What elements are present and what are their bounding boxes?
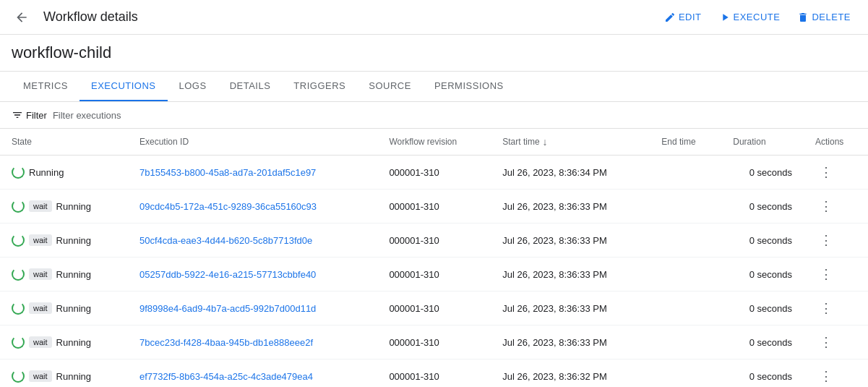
wait-badge: wait xyxy=(29,200,52,212)
table-row: waitRunningef7732f5-8b63-454a-a25c-4c3ad… xyxy=(0,360,868,388)
actions-cell: ⋮ xyxy=(804,156,868,190)
row-actions-button[interactable]: ⋮ xyxy=(815,265,837,284)
running-icon xyxy=(12,336,25,349)
running-icon xyxy=(12,302,25,315)
col-state: State xyxy=(0,129,128,156)
table-row: Running7b155453-b800-45a8-ad7a-201daf5c1… xyxy=(0,156,868,190)
header-actions: EDIT EXECUTE DELETE xyxy=(658,7,856,27)
execution-id-link[interactable]: 7b155453-b800-45a8-ad7a-201daf5c1e97 xyxy=(139,167,316,178)
workflow-name: workflow-child xyxy=(0,35,868,72)
filter-label: Filter xyxy=(26,110,47,121)
actions-cell: ⋮ xyxy=(804,190,868,224)
filter-button[interactable]: Filter xyxy=(12,109,47,121)
row-actions-button[interactable]: ⋮ xyxy=(815,333,837,352)
start-time-cell: Jul 26, 2023, 8:36:33 PM xyxy=(491,258,650,292)
duration-cell: 0 seconds xyxy=(721,190,804,224)
actions-cell: ⋮ xyxy=(804,292,868,326)
edit-button[interactable]: EDIT xyxy=(658,7,708,27)
duration-cell: 0 seconds xyxy=(721,292,804,326)
row-actions-button[interactable]: ⋮ xyxy=(815,299,837,318)
start-time-cell: Jul 26, 2023, 8:36:32 PM xyxy=(491,360,650,388)
end-time-cell xyxy=(650,326,721,360)
row-actions-button[interactable]: ⋮ xyxy=(815,163,837,182)
execution-id-cell: 50cf4cda-eae3-4d44-b620-5c8b7713fd0e xyxy=(128,224,377,258)
tab-executions[interactable]: EXECUTIONS xyxy=(80,72,168,101)
state-cell: waitRunning xyxy=(0,292,128,326)
state-cell: waitRunning xyxy=(0,190,128,224)
filter-placeholder: Filter executions xyxy=(53,110,121,121)
execution-id-link[interactable]: 7bcec23d-f428-4baa-945b-db1e888eee2f xyxy=(139,337,313,348)
tab-source[interactable]: SOURCE xyxy=(357,72,423,101)
workflow-revision-cell: 000001-310 xyxy=(377,292,491,326)
workflow-revision-cell: 000001-310 xyxy=(377,258,491,292)
table-row: waitRunning09cdc4b5-172a-451c-9289-36ca5… xyxy=(0,190,868,224)
actions-cell: ⋮ xyxy=(804,326,868,360)
running-icon xyxy=(12,200,25,213)
tab-metrics[interactable]: METRICS xyxy=(12,72,80,101)
tabs-bar: METRICS EXECUTIONS LOGS DETAILS TRIGGERS… xyxy=(0,72,868,102)
duration-cell: 0 seconds xyxy=(721,326,804,360)
table-row: waitRunning05257ddb-5922-4e16-a215-57713… xyxy=(0,258,868,292)
table-row: waitRunning50cf4cda-eae3-4d44-b620-5c8b7… xyxy=(0,224,868,258)
running-icon xyxy=(12,166,25,179)
col-execution-id: Execution ID xyxy=(128,129,377,156)
actions-cell: ⋮ xyxy=(804,258,868,292)
tab-permissions[interactable]: PERMISSIONS xyxy=(423,72,515,101)
tab-logs[interactable]: LOGS xyxy=(168,72,218,101)
execution-id-link[interactable]: 50cf4cda-eae3-4d44-b620-5c8b7713fd0e xyxy=(139,235,312,246)
wait-badge: wait xyxy=(29,302,52,314)
execution-id-link[interactable]: ef7732f5-8b63-454a-a25c-4c3ade479ea4 xyxy=(139,371,313,382)
actions-cell: ⋮ xyxy=(804,224,868,258)
workflow-revision-cell: 000001-310 xyxy=(377,156,491,190)
state-cell: waitRunning xyxy=(0,360,128,388)
execution-id-cell: 7bcec23d-f428-4baa-945b-db1e888eee2f xyxy=(128,326,377,360)
execution-id-link[interactable]: 09cdc4b5-172a-451c-9289-36ca55160c93 xyxy=(139,201,317,212)
execution-id-cell: 7b155453-b800-45a8-ad7a-201daf5c1e97 xyxy=(128,156,377,190)
wait-badge: wait xyxy=(29,234,52,246)
running-icon xyxy=(12,268,25,281)
end-time-cell xyxy=(650,292,721,326)
col-start-time[interactable]: Start time ↓ xyxy=(491,129,650,156)
row-actions-button[interactable]: ⋮ xyxy=(815,231,837,250)
duration-cell: 0 seconds xyxy=(721,258,804,292)
state-text: Running xyxy=(56,269,91,280)
workflow-revision-cell: 000001-310 xyxy=(377,326,491,360)
running-icon xyxy=(12,234,25,247)
state-text: Running xyxy=(56,303,91,314)
state-text: Running xyxy=(56,371,91,382)
state-text: Running xyxy=(29,167,64,178)
execution-id-link[interactable]: 9f8998e4-6ad9-4b7a-acd5-992b7d00d11d xyxy=(139,303,316,314)
sort-icon: ↓ xyxy=(543,136,548,148)
end-time-cell xyxy=(650,224,721,258)
col-actions: Actions xyxy=(804,129,868,156)
wait-badge: wait xyxy=(29,336,52,348)
executions-table: State Execution ID Workflow revision Sta… xyxy=(0,129,868,387)
duration-cell: 0 seconds xyxy=(721,224,804,258)
table-row: waitRunning9f8998e4-6ad9-4b7a-acd5-992b7… xyxy=(0,292,868,326)
row-actions-button[interactable]: ⋮ xyxy=(815,367,837,386)
end-time-cell xyxy=(650,258,721,292)
end-time-cell xyxy=(650,156,721,190)
header: Workflow details EDIT EXECUTE DELETE xyxy=(0,0,868,35)
filter-bar: Filter Filter executions xyxy=(0,102,868,129)
workflow-revision-cell: 000001-310 xyxy=(377,190,491,224)
tab-details[interactable]: DETAILS xyxy=(218,72,283,101)
state-text: Running xyxy=(56,337,91,348)
state-cell: waitRunning xyxy=(0,224,128,258)
wait-badge: wait xyxy=(29,370,52,382)
execute-button[interactable]: EXECUTE xyxy=(713,7,786,27)
tab-triggers[interactable]: TRIGGERS xyxy=(282,72,357,101)
end-time-cell xyxy=(650,190,721,224)
start-time-cell: Jul 26, 2023, 8:36:34 PM xyxy=(491,156,650,190)
running-icon xyxy=(12,370,25,383)
duration-cell: 0 seconds xyxy=(721,360,804,388)
start-time-cell: Jul 26, 2023, 8:36:33 PM xyxy=(491,224,650,258)
state-cell: waitRunning xyxy=(0,258,128,292)
workflow-revision-cell: 000001-310 xyxy=(377,360,491,388)
back-button[interactable] xyxy=(12,7,32,27)
delete-button[interactable]: DELETE xyxy=(791,7,856,27)
workflow-revision-cell: 000001-310 xyxy=(377,224,491,258)
row-actions-button[interactable]: ⋮ xyxy=(815,197,837,216)
execution-id-link[interactable]: 05257ddb-5922-4e16-a215-57713cbbfe40 xyxy=(139,269,316,280)
col-duration: Duration xyxy=(721,129,804,156)
